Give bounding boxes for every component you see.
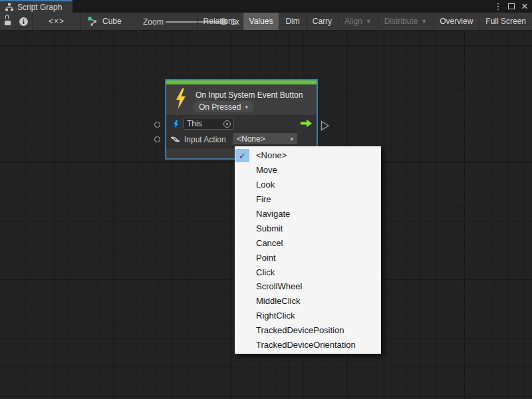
caret-down-icon: ▾ (245, 104, 248, 110)
values-label: Values (249, 17, 273, 26)
breadcrumb-label: Cube (102, 17, 122, 26)
caret-down-icon: ▼ (366, 18, 372, 25)
flow-arrow-icon (301, 119, 312, 128)
menu-item-cancel[interactable]: Cancel (235, 235, 381, 250)
overview-label: Overview (440, 17, 473, 26)
info-icon: i (19, 17, 28, 26)
graph-hierarchy-icon (5, 3, 13, 11)
values-button[interactable]: Values (243, 13, 279, 30)
input-action-dropdown-menu: ✓ <None> Move Look Fire Navigate Submit … (235, 146, 381, 354)
overview-button[interactable]: Overview (433, 13, 479, 30)
output-flow-port-triangle[interactable] (321, 120, 330, 131)
input-action-value: <None> (237, 134, 265, 144)
menu-item-label: <None> (256, 150, 287, 160)
align-label: Align (344, 17, 362, 26)
menu-item-label: Fire (256, 194, 271, 204)
code-view-button[interactable]: <×> (33, 13, 80, 30)
menu-item-point[interactable]: Point (235, 250, 381, 265)
menu-item-fire[interactable]: Fire (235, 192, 381, 207)
graph-node-icon (88, 17, 98, 26)
unity-script-graph-window: Script Graph ⋮ ✕ i <×> (0, 0, 532, 399)
dim-label: Dim (285, 17, 299, 26)
window-controls: ⋮ ✕ (493, 0, 529, 13)
full-screen-button[interactable]: Full Screen (479, 13, 532, 30)
menu-item-label: Navigate (256, 209, 290, 219)
check-icon: ✓ (235, 149, 249, 162)
menu-item-look[interactable]: Look (235, 178, 381, 192)
menu-item-trackeddeviceposition[interactable]: TrackedDevicePosition (235, 323, 381, 338)
event-type-dropdown[interactable]: On Pressed ▾ (193, 101, 254, 112)
menu-item-label: Look (256, 180, 275, 190)
menu-item-label: TrackedDeviceOrientation (256, 340, 356, 350)
node-header: On Input System Event Button On Pressed … (166, 84, 317, 115)
tab-script-graph[interactable]: Script Graph (0, 0, 72, 13)
menu-item-trackeddeviceorientation[interactable]: TrackedDeviceOrientation (235, 338, 381, 352)
object-picker-icon[interactable] (223, 120, 231, 128)
full-screen-label: Full Screen (485, 17, 526, 26)
menu-item-middleclick[interactable]: MiddleClick (235, 294, 381, 309)
menu-item-click[interactable]: Click (235, 265, 381, 279)
node-title: On Input System Event Button (196, 90, 303, 100)
input-action-dropdown[interactable]: <None> ▾ (233, 133, 297, 144)
node-ports: This Input Action <None> ▾ (166, 115, 317, 148)
menu-item-submit[interactable]: Submit (235, 221, 381, 235)
graph-toolbar: i <×> Cube Zoom 1x Relations Values (0, 13, 532, 31)
menu-item-label: Point (256, 253, 276, 263)
input-action-label: Input Action (184, 135, 226, 144)
input-port-circle[interactable] (154, 122, 160, 128)
input-port-circle[interactable] (154, 136, 160, 142)
self-target-bolt-icon (171, 119, 181, 129)
target-object-value: This (187, 119, 202, 128)
lock-icon (5, 18, 11, 25)
menu-item-navigate[interactable]: Navigate (235, 207, 381, 221)
lock-button[interactable] (0, 13, 15, 30)
menu-item-move[interactable]: Move (235, 163, 381, 178)
graph-canvas[interactable]: On Input System Event Button On Pressed … (0, 31, 532, 399)
event-type-label: On Pressed (199, 102, 241, 112)
caret-down-icon: ▾ (290, 136, 293, 142)
caret-down-icon: ▼ (421, 18, 427, 25)
dim-button[interactable]: Dim (279, 13, 305, 30)
menu-item-label: RightClick (256, 311, 295, 321)
zoom-label: Zoom (143, 17, 164, 27)
distribute-button[interactable]: Distribute ▼ (378, 13, 434, 30)
menu-item-scrollwheel[interactable]: ScrollWheel (235, 279, 381, 294)
menu-item-none[interactable]: ✓ <None> (235, 148, 381, 163)
lightning-bolt-icon (174, 88, 188, 110)
carry-button[interactable]: Carry (306, 13, 338, 30)
target-object-field[interactable]: This (184, 118, 234, 130)
distribute-label: Distribute (384, 17, 418, 26)
menu-item-label: Submit (256, 223, 283, 233)
kebab-menu-icon[interactable]: ⋮ (493, 0, 503, 13)
info-button[interactable]: i (15, 13, 32, 30)
carry-label: Carry (313, 17, 332, 26)
menu-item-label: Cancel (256, 238, 283, 248)
relations-label: Relations (203, 17, 237, 26)
align-button[interactable]: Align ▼ (338, 13, 378, 30)
input-action-icon (170, 134, 181, 144)
menu-item-label: TrackedDevicePosition (256, 325, 344, 335)
tab-title: Script Graph (17, 3, 62, 12)
code-view-icon: <×> (49, 17, 65, 26)
relations-button[interactable]: Relations (197, 13, 243, 30)
toolbar-separator (80, 13, 81, 30)
menu-item-rightclick[interactable]: RightClick (235, 309, 381, 323)
menu-item-label: MiddleClick (256, 296, 300, 306)
menu-item-label: Move (256, 165, 277, 175)
toolbar-buttons: Relations Values Dim Carry Align ▼ Distr… (197, 13, 532, 30)
tab-bar: Script Graph ⋮ ✕ (0, 0, 532, 13)
maximize-icon[interactable] (508, 3, 515, 9)
menu-item-label: ScrollWheel (256, 281, 302, 291)
menu-item-label: Click (256, 267, 275, 277)
close-icon[interactable]: ✕ (520, 0, 529, 13)
breadcrumb[interactable]: Cube (88, 13, 122, 30)
